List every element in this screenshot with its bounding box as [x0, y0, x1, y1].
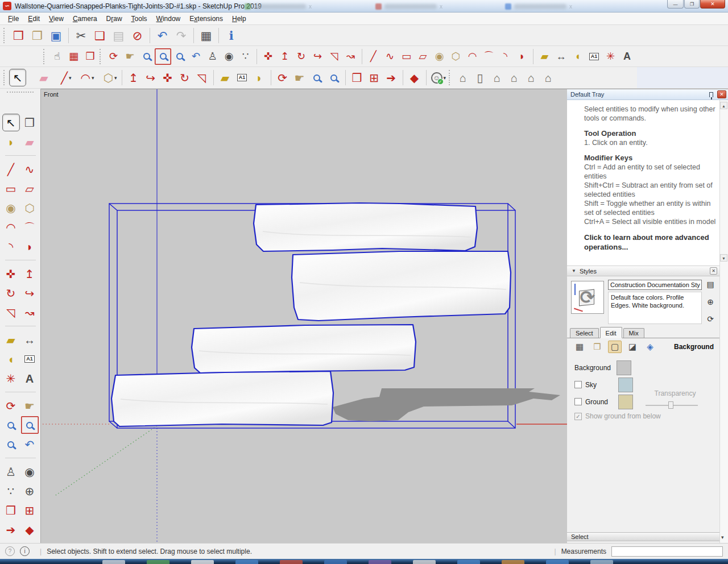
maximize-button[interactable]: ❐: [684, 0, 700, 9]
line-tool-dropdown-icon[interactable]: ▾: [69, 75, 72, 81]
measurements-input[interactable]: [611, 546, 723, 557]
two-point-arc-icon[interactable]: ⌒: [481, 48, 497, 65]
shapes-tool-dropdown-icon[interactable]: ▾: [114, 75, 117, 81]
zoom-icon[interactable]: [308, 69, 325, 86]
protractor-icon[interactable]: ◖: [569, 48, 586, 65]
3d-warehouse-icon[interactable]: ❒: [2, 501, 20, 519]
ground-color-swatch[interactable]: [618, 395, 633, 409]
pan-icon[interactable]: ☛: [291, 69, 308, 86]
pan-icon[interactable]: ☛: [122, 48, 138, 65]
dimension-icon[interactable]: ↔: [21, 331, 39, 349]
protractor-icon[interactable]: ◖: [2, 350, 20, 368]
position-camera-icon[interactable]: ♙: [204, 48, 221, 65]
walk-icon[interactable]: ∵: [237, 48, 254, 65]
taskbar-item[interactable]: [235, 560, 258, 564]
cut-icon[interactable]: ✂: [72, 27, 90, 44]
move-icon[interactable]: ✜: [159, 69, 176, 86]
send-to-layout-icon[interactable]: ➔: [2, 521, 20, 538]
taskbar-item[interactable]: [590, 560, 613, 564]
tape-measure-icon[interactable]: ▰: [217, 69, 234, 86]
extension-manager-icon[interactable]: ◆: [406, 69, 423, 86]
model-info-icon[interactable]: ℹ: [222, 27, 241, 44]
rotate-icon[interactable]: ↻: [2, 284, 20, 302]
minimize-button[interactable]: —: [667, 0, 684, 9]
zoom-icon[interactable]: [138, 48, 155, 65]
3d-text-icon[interactable]: A: [619, 48, 635, 65]
pin-icon[interactable]: [709, 92, 713, 97]
text-icon[interactable]: A1: [21, 350, 39, 368]
extension-manager-icon[interactable]: ◆: [21, 521, 39, 538]
watermark-settings-icon[interactable]: ◪: [626, 341, 639, 353]
tab-mix[interactable]: Mix: [623, 328, 644, 338]
geolocate-status-icon[interactable]: ?: [5, 546, 15, 556]
styles-close-icon[interactable]: ✕: [710, 267, 717, 275]
menu-file[interactable]: File: [3, 13, 23, 24]
instructor-learn-more-link[interactable]: Click to learn about more advanced opera…: [584, 233, 716, 252]
scale-icon[interactable]: ◹: [2, 304, 20, 321]
orbit-icon[interactable]: ⟳: [105, 48, 122, 65]
move-icon[interactable]: ✜: [260, 48, 276, 65]
line-tool-icon[interactable]: ╱▾: [59, 69, 73, 86]
tape-measure-icon[interactable]: ▰: [2, 331, 20, 349]
rotate-icon[interactable]: ↻: [293, 48, 309, 65]
new-icon[interactable]: ❒: [9, 27, 28, 44]
line-icon[interactable]: ╱: [365, 48, 382, 65]
taskbar-item[interactable]: [413, 560, 436, 564]
menu-help[interactable]: Help: [228, 13, 251, 24]
rotate-icon[interactable]: ↻: [176, 69, 193, 86]
print-icon[interactable]: ▦: [197, 27, 216, 44]
scale-icon[interactable]: ◹: [326, 48, 342, 65]
create-style-icon[interactable]: ⊕: [707, 298, 714, 306]
paint-bucket-icon[interactable]: ◗: [251, 69, 268, 86]
copy-icon[interactable]: ❑: [90, 27, 109, 44]
style-description-field[interactable]: Default face colors. Profile Edges. Whit…: [608, 292, 702, 324]
polygon-icon[interactable]: ⬡: [21, 199, 39, 217]
paint-bucket-icon[interactable]: ◗: [2, 133, 20, 151]
scroll-up-icon[interactable]: ▲: [720, 102, 727, 109]
erase-icon[interactable]: ⊘: [128, 27, 147, 44]
taskbar-item[interactable]: [502, 560, 524, 564]
pie-icon[interactable]: ◗: [21, 238, 39, 255]
stone-plank-top[interactable]: [254, 203, 477, 251]
look-around-icon[interactable]: ◉: [221, 48, 237, 65]
slider-thumb[interactable]: [668, 401, 673, 409]
select-tool-icon[interactable]: ↖: [2, 114, 20, 131]
style-preview-thumbnail[interactable]: ⟳: [571, 281, 604, 314]
rotated-rectangle-icon[interactable]: ▱: [21, 180, 39, 197]
axes-icon[interactable]: ✳: [2, 370, 20, 387]
collapsed-select-panel[interactable]: Select: [567, 532, 719, 541]
position-camera-icon[interactable]: ♙: [2, 463, 20, 480]
select-tool-icon[interactable]: ↖: [9, 69, 26, 86]
credits-info-icon[interactable]: i: [20, 546, 30, 556]
tape-measure-icon[interactable]: ▰: [536, 48, 553, 65]
walk-icon[interactable]: ∵: [2, 482, 20, 500]
look-around-icon[interactable]: ◉: [21, 463, 39, 480]
freehand-icon[interactable]: ∿: [382, 48, 398, 65]
view-front-icon[interactable]: ⌂: [489, 69, 506, 86]
three-point-arc-icon[interactable]: ◝: [2, 238, 20, 255]
3d-warehouse-icon[interactable]: ❒: [349, 69, 366, 86]
taskbar-item[interactable]: [102, 560, 125, 564]
sky-checkbox[interactable]: [574, 381, 582, 388]
shapes-tool-icon[interactable]: ⬡▾: [102, 69, 119, 86]
extension-warehouse-icon[interactable]: ⊞: [21, 501, 39, 519]
face-settings-icon[interactable]: ❒: [590, 341, 604, 353]
stone-plank-third[interactable]: [192, 325, 416, 373]
menu-draw[interactable]: Draw: [102, 13, 127, 24]
redo-icon[interactable]: ↷: [172, 27, 191, 44]
circle-icon[interactable]: ◉: [431, 48, 448, 65]
3d-text-icon[interactable]: A: [21, 370, 39, 387]
menu-extensions[interactable]: Extensions: [185, 13, 228, 24]
tab-edit[interactable]: Edit: [600, 327, 622, 338]
zoom-window-icon[interactable]: [21, 416, 39, 434]
taskbar-item[interactable]: [324, 560, 347, 564]
show-ground-checkbox[interactable]: [574, 413, 582, 420]
save-icon[interactable]: ▣: [47, 27, 65, 44]
background-color-swatch[interactable]: [617, 360, 631, 375]
taskbar-item[interactable]: [280, 560, 303, 564]
push-pull-icon[interactable]: ↥: [125, 69, 142, 86]
two-point-arc-icon[interactable]: ⌒: [21, 218, 39, 236]
tray-header[interactable]: Default Tray ✕: [567, 89, 728, 100]
offset-icon[interactable]: ↝: [21, 304, 39, 321]
view-top-icon[interactable]: ▯: [471, 69, 489, 86]
